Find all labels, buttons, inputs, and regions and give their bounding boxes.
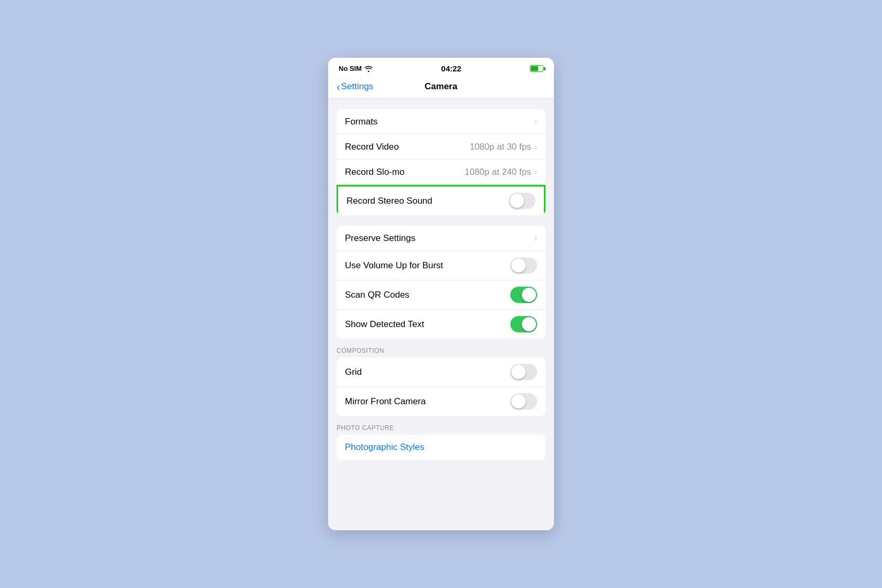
back-label: Settings (341, 81, 373, 92)
record-video-row[interactable]: Record Video 1080p at 30 fps › (337, 134, 545, 160)
photographic-styles-label: Photographic Styles (345, 442, 424, 453)
toggle-thumb (510, 194, 524, 208)
bottom-spacer (328, 460, 554, 470)
phone-container: No SIM 04:22 ‹ Settings Camera Format (328, 58, 554, 530)
status-right (530, 65, 543, 72)
record-slomo-label: Record Slo-mo (345, 167, 404, 177)
volume-up-burst-toggle[interactable] (510, 257, 537, 274)
photo-capture-header: PHOTO CAPTURE (328, 416, 554, 435)
group-photo-capture: Photographic Styles (337, 435, 545, 460)
toggle-thumb-grid (511, 365, 526, 379)
photographic-styles-row[interactable]: Photographic Styles (337, 435, 545, 460)
grid-row[interactable]: Grid (337, 358, 545, 387)
volume-up-burst-label: Use Volume Up for Burst (345, 260, 443, 271)
status-bar: No SIM 04:22 (328, 58, 554, 77)
status-left: No SIM (339, 65, 373, 72)
preserve-settings-row[interactable]: Preserve Settings › (337, 226, 545, 251)
grid-toggle[interactable] (510, 364, 537, 380)
photo-capture-section: PHOTO CAPTURE Photographic Styles (328, 416, 554, 460)
group-recording: Formats › Record Video 1080p at 30 fps ›… (337, 109, 545, 215)
record-slomo-value: 1080p at 240 fps (465, 167, 531, 177)
toggle-thumb-text (522, 317, 536, 331)
mirror-front-camera-toggle[interactable] (510, 393, 537, 410)
nav-bar: ‹ Settings Camera (328, 77, 554, 99)
carrier-label: No SIM (339, 65, 362, 72)
toggle-thumb-burst (511, 258, 526, 272)
battery-fill (531, 66, 538, 71)
wifi-icon (364, 66, 373, 72)
preserve-settings-label: Preserve Settings (345, 233, 415, 244)
group-composition: Grid Mirror Front Camera (337, 358, 545, 416)
record-video-label: Record Video (345, 142, 399, 152)
formats-label: Formats (345, 117, 377, 127)
toggle-thumb-qr (522, 288, 536, 302)
preserve-settings-right: › (533, 234, 537, 243)
preserve-settings-chevron-icon: › (534, 234, 537, 243)
scan-qr-codes-row[interactable]: Scan QR Codes (337, 280, 545, 310)
page-title: Camera (425, 81, 457, 92)
settings-content: Formats › Record Video 1080p at 30 fps ›… (328, 109, 554, 470)
show-detected-text-label: Show Detected Text (345, 319, 424, 330)
back-button[interactable]: ‹ Settings (337, 81, 373, 92)
record-slomo-right: 1080p at 240 fps › (465, 167, 537, 177)
record-stereo-sound-row[interactable]: Record Stereo Sound (337, 185, 545, 215)
composition-section: COMPOSITION Grid Mirror Front Camera (328, 339, 554, 416)
record-stereo-sound-label: Record Stereo Sound (346, 196, 433, 206)
record-stereo-sound-toggle[interactable] (509, 193, 536, 209)
composition-header: COMPOSITION (328, 339, 554, 358)
show-detected-text-toggle[interactable] (510, 316, 537, 332)
volume-up-burst-row[interactable]: Use Volume Up for Burst (337, 251, 545, 280)
record-video-chevron-icon: › (534, 142, 537, 152)
time-display: 04:22 (441, 64, 461, 73)
formats-right: › (533, 117, 537, 127)
back-chevron-icon: ‹ (337, 81, 340, 92)
mirror-front-camera-label: Mirror Front Camera (345, 396, 426, 407)
group-misc: Preserve Settings › Use Volume Up for Bu… (337, 226, 545, 339)
record-slomo-row[interactable]: Record Slo-mo 1080p at 240 fps › (337, 160, 545, 185)
mirror-front-camera-row[interactable]: Mirror Front Camera (337, 387, 545, 416)
show-detected-text-row[interactable]: Show Detected Text (337, 310, 545, 339)
toggle-thumb-mirror (511, 394, 526, 408)
record-video-value: 1080p at 30 fps (469, 142, 531, 152)
formats-chevron-icon: › (534, 117, 537, 127)
grid-label: Grid (345, 367, 362, 377)
battery-icon (530, 65, 543, 72)
formats-row[interactable]: Formats › (337, 109, 545, 134)
scan-qr-codes-label: Scan QR Codes (345, 290, 410, 300)
record-video-right: 1080p at 30 fps › (469, 142, 537, 152)
record-slomo-chevron-icon: › (534, 167, 537, 177)
scan-qr-codes-toggle[interactable] (510, 287, 537, 303)
